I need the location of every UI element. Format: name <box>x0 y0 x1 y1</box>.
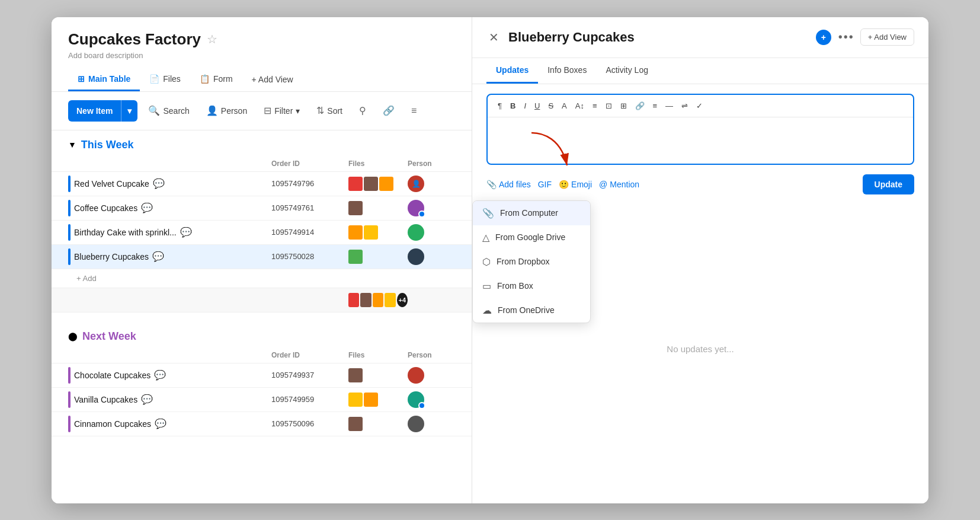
file-thumb <box>373 293 383 307</box>
group-toggle-next-week[interactable]: ⬤ <box>68 331 78 341</box>
col-name <box>68 159 271 168</box>
sort-button[interactable]: ⇅ Sort <box>310 100 348 121</box>
editor-strikethrough-btn[interactable]: S <box>545 100 556 112</box>
editor-unordered-list-btn[interactable]: ⊡ <box>603 100 615 112</box>
table-row[interactable]: Chocolate Cupcakes 💬 1095749937 <box>52 363 472 388</box>
onedrive-icon: ☁ <box>482 305 492 316</box>
mention-button[interactable]: @ Mention <box>599 176 639 193</box>
editor-check-btn[interactable]: ✓ <box>693 100 706 112</box>
editor-paragraph-btn[interactable]: ¶ <box>495 100 505 112</box>
files-icon: 📄 <box>149 74 159 84</box>
update-button[interactable]: Update <box>863 174 914 194</box>
table-area: ▼ This Week Order ID Files Person Red Ve… <box>52 130 472 503</box>
link-button[interactable]: ⚲ <box>353 100 372 121</box>
table-row[interactable]: Cinnamon Cupcakes 💬 1095750096 <box>52 412 472 436</box>
file-thumb <box>379 177 393 191</box>
editor-table-btn[interactable]: ⊞ <box>617 100 630 112</box>
person-button[interactable]: 👤 Person <box>200 100 253 121</box>
close-button[interactable]: ✕ <box>486 28 501 47</box>
editor-highlight-btn[interactable]: A <box>559 100 570 112</box>
person-cell <box>408 391 455 408</box>
row-name: Vanilla Cupcakes <box>74 395 137 404</box>
google-drive-icon: △ <box>482 232 489 243</box>
user-avatar: + <box>815 28 832 46</box>
row-name: Coffee Cupcakes <box>74 203 137 213</box>
person-cell <box>408 367 455 384</box>
add-row-this-week[interactable]: + Add <box>52 269 472 288</box>
col-files: Files <box>348 159 408 168</box>
dropdown-item-label: From Dropbox <box>497 257 549 266</box>
avatar <box>408 224 424 241</box>
dropdown-item-computer[interactable]: 📎 From Computer <box>473 201 590 225</box>
dropdown-item-dropbox[interactable]: ⬡ From Dropbox <box>473 250 590 274</box>
editor-underline-btn[interactable]: U <box>531 100 543 112</box>
dropdown-item-box[interactable]: ▭ From Box <box>473 274 590 298</box>
editor-ordered-list-btn[interactable]: ≡ <box>590 100 600 112</box>
table-row[interactable]: Coffee Cupcakes 💬 1095749761 <box>52 196 472 221</box>
chat-icon: 💬 <box>153 178 165 189</box>
box-icon: ▭ <box>482 280 491 292</box>
more-options-button[interactable]: ••• <box>838 30 854 44</box>
search-button[interactable]: 🔍 Search <box>142 100 195 121</box>
filter-button[interactable]: ⊟ Filter ▾ <box>258 100 306 121</box>
editor-link-btn[interactable]: 🔗 <box>632 100 648 112</box>
avatar-with-badge <box>408 200 424 216</box>
avatar-badge <box>418 402 425 409</box>
editor-content[interactable] <box>488 117 913 159</box>
row-name: Birthday Cake with sprinkl... <box>74 228 177 237</box>
add-view-tab[interactable]: + Add View <box>242 69 303 90</box>
dropdown-item-onedrive[interactable]: ☁ From OneDrive <box>473 298 590 323</box>
board-description[interactable]: Add board description <box>68 51 455 60</box>
gif-button[interactable]: GIF <box>538 176 552 193</box>
group-title-next-week: Next Week <box>82 330 136 343</box>
col-order-id: Order ID <box>271 159 348 168</box>
table-row[interactable]: Red Velvet Cupcake 💬 1095749796 👤 <box>52 172 472 196</box>
table-row[interactable]: Vanilla Cupcakes 💬 1095749959 <box>52 388 472 412</box>
editor-area: ¶ B I U S A A↕ ≡ ⊡ ⊞ 🔗 ≡ — ⇌ ✓ <box>486 94 914 165</box>
editor-bold-btn[interactable]: B <box>507 100 518 112</box>
files-count: +4 <box>397 293 408 307</box>
tab-info-boxes[interactable]: Info Boxes <box>538 58 596 84</box>
summary-files: +4 <box>348 293 408 307</box>
table-row[interactable]: Blueberry Cupcakes 💬 1095750028 <box>52 245 472 269</box>
chain-button[interactable]: 🔗 <box>377 100 401 121</box>
order-id: 1095749959 <box>271 395 348 404</box>
file-thumb <box>348 177 363 191</box>
dropdown-item-label: From Computer <box>500 208 558 218</box>
board-header: Cupcakes Factory ☆ Add board description… <box>52 17 472 92</box>
editor-quote-btn[interactable]: ⇌ <box>678 100 691 112</box>
row-color-bar <box>68 248 71 265</box>
editor-align-btn[interactable]: ≡ <box>650 100 661 112</box>
table-row[interactable]: Birthday Cake with sprinkl... 💬 10957499… <box>52 221 472 245</box>
editor-italic-btn[interactable]: I <box>521 100 529 112</box>
tab-form[interactable]: 📋 Form <box>190 68 242 91</box>
chat-icon: 💬 <box>180 226 192 238</box>
files-cell <box>348 417 408 431</box>
group-next-week: ⬤ Next Week <box>52 322 472 347</box>
group-toggle-this-week[interactable]: ▼ <box>68 140 76 149</box>
emoji-button[interactable]: 🙂 Emoji <box>559 176 592 193</box>
filter-icon: ⊟ <box>264 105 271 116</box>
toolbar: New Item ▾ 🔍 Search 👤 Person ⊟ Filter ▾ … <box>52 92 472 130</box>
star-icon[interactable]: ☆ <box>207 32 217 46</box>
new-item-button[interactable]: New Item ▾ <box>68 100 137 122</box>
order-id: 1095749937 <box>271 371 348 379</box>
order-id: 1095749796 <box>271 179 348 188</box>
computer-icon: 📎 <box>482 208 494 219</box>
editor-divider-btn[interactable]: — <box>662 100 676 112</box>
detail-header: ✕ Blueberry Cupcakes + ••• + Add View <box>472 17 928 58</box>
dropdown-item-google-drive[interactable]: △ From Google Drive <box>473 225 590 250</box>
editor-text-size-btn[interactable]: A↕ <box>572 100 587 112</box>
tab-main-table[interactable]: ⊞ Main Table <box>68 68 140 91</box>
link-icon: ⚲ <box>359 105 366 116</box>
add-view-button-right[interactable]: + Add View <box>860 28 914 46</box>
tab-activity-log[interactable]: Activity Log <box>596 58 658 84</box>
tab-files[interactable]: 📄 Files <box>140 68 190 91</box>
settings-button[interactable]: ≡ <box>405 101 422 121</box>
board-tabs: ⊞ Main Table 📄 Files 📋 Form + Add View <box>68 68 455 91</box>
group-this-week: ▼ This Week <box>52 130 472 156</box>
row-name: Red Velvet Cupcake <box>74 179 149 189</box>
add-files-button[interactable]: 📎 Add files <box>486 176 531 193</box>
tab-updates[interactable]: Updates <box>486 58 538 84</box>
sort-label: Sort <box>327 106 342 116</box>
